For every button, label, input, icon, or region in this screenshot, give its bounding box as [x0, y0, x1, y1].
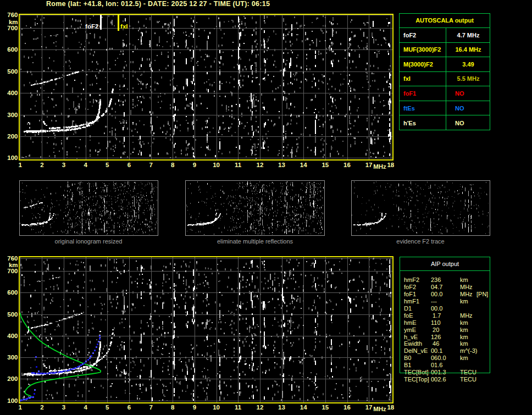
aip-row-label: B0 [400, 355, 431, 362]
aip-row-extra [476, 347, 490, 355]
aip-row-extra [476, 355, 490, 362]
aip-row-unit: km [460, 340, 476, 347]
x-tick-label: 10 [213, 404, 220, 411]
aip-row-hme: hmE110km [400, 319, 490, 327]
aip-row-foe: foE 1.7MHz [400, 312, 490, 319]
x-tick-label: 14 [300, 404, 307, 411]
aip-row-value: 00.0 [431, 291, 460, 298]
y-axis-unit: km [9, 19, 18, 25]
aip-row-label: hmF1 [400, 298, 431, 305]
aip-row-extra [476, 276, 490, 284]
autoscala-table-title: AUTOSCALA output [399, 13, 490, 28]
aip-row-hmf1: hmF1---km [400, 298, 490, 305]
y-tick-label: 700 [7, 25, 18, 31]
aip-row-unit: km [460, 276, 476, 284]
x-tick-label: 8 [171, 162, 175, 168]
x-axis-unit: MHz [373, 406, 386, 412]
y-tick-label: 300 [7, 112, 18, 118]
aip-row-value: 002.6 [431, 376, 460, 383]
x-tick-label: 13 [278, 404, 285, 411]
bottom-ionogram-plot: 760700600500400300200100km12345678910111… [7, 255, 394, 412]
aip-row-label: foF1 [400, 291, 431, 298]
x-tick-label: 14 [300, 162, 307, 168]
x-tick-label: 7 [149, 404, 152, 411]
x-tick-label: 11 [235, 404, 242, 411]
autoscala-row-label: ftEs [399, 101, 446, 115]
aip-row-extra [476, 362, 490, 369]
panel-evidence-f2-trace [351, 181, 490, 236]
y-tick-label: 760 [7, 12, 18, 18]
x-tick-label: 13 [278, 162, 285, 168]
aip-row-value: 00.1 [431, 347, 460, 355]
aip-row-tectop: TEC[Top]002.6TECU [400, 376, 490, 383]
autoscala-row-value: 4.7 MHz [446, 28, 490, 42]
foF2-marker-label: foF2 [85, 23, 98, 30]
aip-row-label: B1 [400, 362, 431, 369]
aip-row-value: 060.0 [431, 355, 460, 362]
aip-row-value: 00.0 [431, 305, 460, 312]
autoscala-row-value: NO [446, 101, 490, 115]
y-tick-label: 100 [7, 397, 18, 404]
aip-row-label: h_vE [400, 334, 431, 341]
y-tick-label: 600 [7, 289, 18, 296]
aip-row-unit: MHz [460, 312, 476, 319]
aip-row-fof1: foF100.0MHz[PN] [400, 291, 490, 298]
panel-eliminate-reflections [186, 181, 325, 236]
aip-output-table: AIP output hmF2236kmfoF204.7MHzfoF100.0M… [400, 257, 490, 383]
foF2-marker-line [100, 14, 101, 30]
y-tick-label: 500 [7, 68, 18, 75]
autoscala-row-value: NO [446, 115, 490, 130]
y-tick-label: 500 [7, 311, 18, 318]
aip-row-label: Ewidth [400, 340, 431, 347]
aip-row-ewidth: Ewidth 46km [400, 340, 490, 347]
aip-row-value: 46 [431, 340, 460, 347]
y-axis-unit: km [9, 262, 18, 268]
aip-row-extra [476, 376, 490, 383]
aip-row-label: foE [400, 312, 431, 319]
aip-row-extra [476, 298, 490, 305]
aip-row-label: D1 [400, 305, 431, 312]
x-tick-label: 12 [257, 404, 264, 411]
autoscala-row-value: NO [446, 86, 490, 101]
aip-row-value: 110 [431, 319, 460, 327]
autoscala-row-value: 3.49 [446, 57, 490, 71]
autoscala-output-table: AUTOSCALA output foF24.7 MHzMUF(3000)F21… [399, 13, 490, 130]
panel-original-ionogram [19, 181, 158, 236]
aip-row-fof2: foF204.7MHz [400, 284, 490, 291]
y-tick-label: 200 [7, 133, 18, 140]
aip-row-label: ymE [400, 327, 431, 334]
x-tick-label: 5 [106, 404, 109, 411]
y-tick-label: 400 [7, 90, 18, 96]
aip-row-value: 20 [431, 327, 460, 334]
x-tick-label: 9 [193, 404, 196, 411]
aip-row-unit: m^(-3) [460, 347, 476, 355]
y-tick-label: 600 [7, 46, 18, 53]
x-tick-label: 3 [62, 404, 65, 411]
x-tick-label: 12 [257, 162, 264, 168]
x-tick-label: 2 [40, 404, 43, 411]
x-tick-label: 4 [84, 162, 87, 168]
autoscala-row-fof1: foF1NO [399, 86, 490, 101]
aip-row-value: 001.3 [431, 369, 460, 376]
top-ionogram-plot: foF2fxI760700600500400300200100km1234567… [7, 12, 394, 169]
x-tick-label: 3 [62, 162, 65, 168]
y-tick-label: 700 [7, 268, 18, 274]
aip-row-label: hmF2 [400, 276, 431, 284]
y-tick-label: 400 [7, 333, 18, 339]
x-tick-label: 17 [365, 404, 373, 411]
aip-row-d1: D100.0 [400, 305, 490, 312]
aip-row-label: TEC[Bot] [400, 369, 431, 376]
x-axis-unit: MHz [373, 163, 386, 170]
x-tick-label: 8 [171, 404, 175, 411]
autoscala-row-value: 5.5 MHz [446, 72, 490, 86]
autoscala-row-label: M(3000)F2 [399, 57, 446, 71]
aip-row-unit: km [460, 298, 476, 305]
aip-row-unit: TECU [460, 369, 476, 376]
x-tick-label: 9 [193, 162, 196, 168]
aip-row-hmf2: hmF2236km [400, 276, 490, 284]
aip-row-delnve: DelN_vE00.1m^(-3) [400, 347, 490, 355]
fxI-marker-label: fxI [120, 23, 128, 30]
x-tick-label: 18 [387, 404, 394, 411]
aip-table-title: AIP output [400, 257, 490, 271]
aip-row-extra: [PN] [476, 291, 490, 298]
